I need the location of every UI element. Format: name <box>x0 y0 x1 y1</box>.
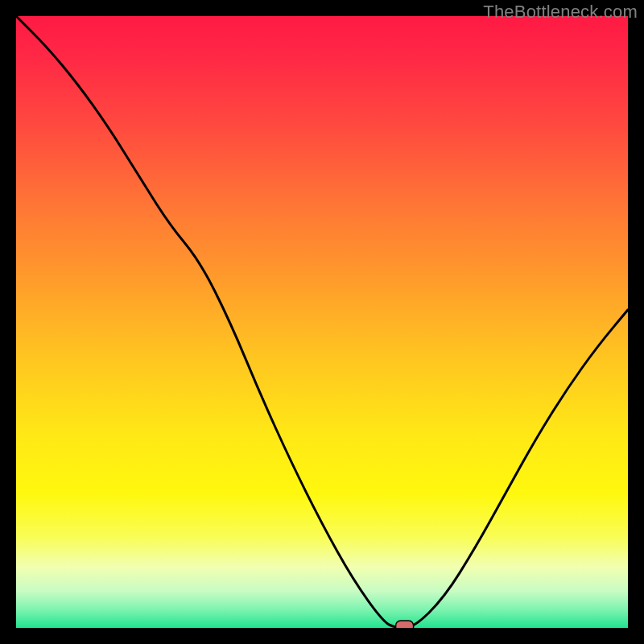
watermark-label: TheBottleneck.com <box>483 2 638 23</box>
gradient-background <box>16 16 628 628</box>
chart-svg <box>16 16 628 628</box>
plot-area <box>16 16 628 628</box>
optimal-marker <box>396 621 414 628</box>
chart-frame: TheBottleneck.com <box>0 0 644 644</box>
